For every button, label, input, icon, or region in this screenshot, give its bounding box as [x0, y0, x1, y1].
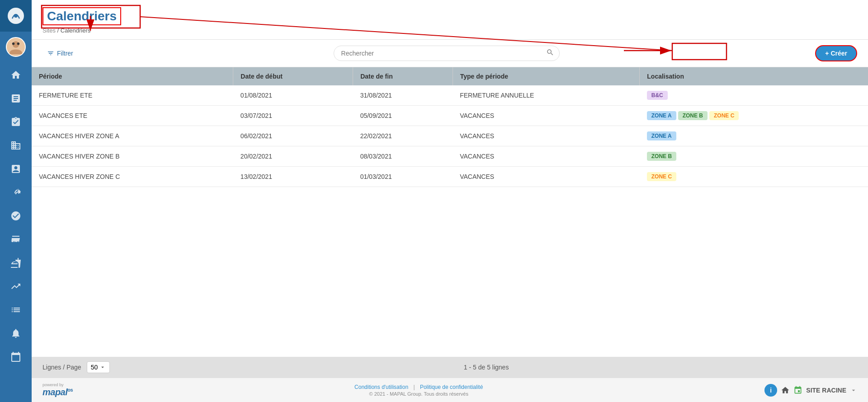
localisation-tag: ZONE B: [647, 152, 676, 161]
toolbar: Filtrer + Créer: [32, 40, 868, 67]
breadcrumb: Sites / Calendriers: [42, 27, 857, 34]
table-row[interactable]: VACANCES HIVER ZONE C13/02/202101/03/202…: [32, 167, 868, 187]
footer-mapal-logo: mapalos: [42, 387, 73, 397]
nav-handshake2[interactable]: [5, 205, 27, 227]
cell-type-periode: VACANCES: [453, 167, 640, 187]
cell-periode: VACANCES ETE: [32, 106, 233, 126]
cell-date-debut: 20/02/2021: [233, 146, 353, 167]
nav-heart-chart[interactable]: [5, 276, 27, 297]
info-icon[interactable]: i: [764, 384, 777, 397]
nav-orders[interactable]: [5, 88, 27, 109]
table-header: Période Date de début Date de fin Type d…: [32, 67, 868, 85]
cell-periode: VACANCES HIVER ZONE B: [32, 146, 233, 167]
table-row[interactable]: VACANCES ETE03/07/202105/09/2021VACANCES…: [32, 106, 868, 126]
svg-point-11: [17, 42, 19, 45]
nav-building[interactable]: [5, 135, 27, 156]
cell-type-periode: VACANCES: [453, 146, 640, 167]
cell-localisation: ZONE B: [640, 146, 868, 167]
table-row[interactable]: VACANCES HIVER ZONE A06/02/202122/02/202…: [32, 126, 868, 146]
cell-type-periode: VACANCES: [453, 126, 640, 146]
cell-date-fin: 05/09/2021: [353, 106, 453, 126]
nav-calendar[interactable]: [5, 346, 27, 368]
conditions-link[interactable]: Conditions d'utilisation: [354, 384, 408, 390]
search-wrapper: [334, 46, 560, 61]
cell-date-debut: 13/02/2021: [233, 167, 353, 187]
cell-date-fin: 01/03/2021: [353, 167, 453, 187]
user-avatar[interactable]: [6, 37, 26, 57]
col-date-fin: Date de fin: [353, 67, 453, 85]
breadcrumb-current: Calendriers: [61, 27, 90, 34]
nav-tasks[interactable]: [5, 111, 27, 133]
footer-right: i SITE RACINE: [764, 384, 857, 397]
nav-handshake[interactable]: [5, 182, 27, 203]
politique-link[interactable]: Politique de confidentialité: [420, 384, 483, 390]
footer-powered-by: powered by: [42, 383, 64, 387]
page-title: Calendriers: [42, 7, 121, 25]
cell-localisation: ZONE AZONE BZONE C: [640, 106, 868, 126]
filter-label: Filtrer: [57, 50, 73, 57]
filter-button[interactable]: Filtrer: [42, 47, 78, 60]
data-table-container: Période Date de début Date de fin Type d…: [32, 67, 868, 357]
nav-shop[interactable]: [5, 229, 27, 250]
site-racine-label: SITE RACINE: [806, 387, 846, 394]
footer-logo: powered by mapalos: [42, 383, 73, 397]
search-input[interactable]: [334, 46, 560, 61]
chevron-down-icon[interactable]: [850, 387, 857, 394]
nav-analytics[interactable]: [5, 158, 27, 180]
col-type-periode: Type de période: [453, 67, 640, 85]
cell-date-debut: 01/08/2021: [233, 85, 353, 106]
sidebar-nav: [0, 61, 32, 402]
create-button[interactable]: + Créer: [815, 45, 857, 61]
cell-date-fin: 31/08/2021: [353, 85, 453, 106]
localisation-tag: ZONE C: [709, 111, 739, 120]
cell-localisation: B&C: [640, 85, 868, 106]
col-periode: Période: [32, 67, 233, 85]
cell-periode: VACANCES HIVER ZONE C: [32, 167, 233, 187]
cell-periode: VACANCES HIVER ZONE A: [32, 126, 233, 146]
nav-chef[interactable]: [5, 252, 27, 274]
footer: powered by mapalos Conditions d'utilisat…: [32, 378, 868, 402]
main-content: Calendriers Sites / Calendriers Filtrer …: [32, 0, 868, 402]
pagination-bar: Lignes / Page 50 1 - 5 de 5 lignes: [32, 357, 868, 378]
home-icon: [781, 386, 790, 395]
search-container: [83, 46, 810, 61]
localisation-tag: ZONE C: [647, 172, 676, 181]
lines-per-page-label: Lignes / Page: [42, 364, 81, 371]
cell-localisation: ZONE A: [640, 126, 868, 146]
sidebar-logo: [0, 0, 32, 32]
nav-home[interactable]: [5, 64, 27, 86]
cell-date-debut: 03/07/2021: [233, 106, 353, 126]
cell-localisation: ZONE C: [640, 167, 868, 187]
cell-date-fin: 22/02/2021: [353, 126, 453, 146]
svg-point-10: [12, 42, 14, 45]
localisation-tag: ZONE B: [678, 111, 708, 120]
search-icon[interactable]: [546, 48, 554, 58]
breadcrumb-parent[interactable]: Sites: [42, 27, 56, 34]
cell-periode: FERMETURE ETE: [32, 85, 233, 106]
cell-type-periode: VACANCES: [453, 106, 640, 126]
cell-date-debut: 06/02/2021: [233, 126, 353, 146]
localisation-tag: B&C: [647, 91, 668, 100]
per-page-value: 50: [91, 364, 98, 371]
breadcrumb-separator: /: [57, 27, 61, 34]
localisation-tag: ZONE A: [647, 111, 676, 120]
footer-sep: |: [413, 384, 416, 390]
nav-list-check[interactable]: [5, 299, 27, 321]
cell-date-fin: 08/03/2021: [353, 146, 453, 167]
footer-links: Conditions d'utilisation | Politique de …: [354, 384, 483, 397]
table-row[interactable]: VACANCES HIVER ZONE B20/02/202108/03/202…: [32, 146, 868, 167]
page-header: Calendriers Sites / Calendriers: [32, 0, 868, 40]
pagination-info: 1 - 5 de 5 lignes: [115, 364, 857, 371]
per-page-select[interactable]: 50: [87, 361, 110, 373]
sidebar: [0, 0, 32, 402]
col-date-debut: Date de début: [233, 67, 353, 85]
footer-copyright: © 2021 - MAPAL Group. Tous droits réserv…: [354, 391, 483, 397]
nav-bell[interactable]: [5, 323, 27, 344]
col-localisation: Localisation: [640, 67, 868, 85]
calendriers-table: Période Date de début Date de fin Type d…: [32, 67, 868, 187]
table-body: FERMETURE ETE01/08/202131/08/2021FERMETU…: [32, 85, 868, 187]
cell-type-periode: FERMETURE ANNUELLE: [453, 85, 640, 106]
svg-point-7: [14, 14, 18, 18]
tree-icon: [793, 386, 802, 395]
table-row[interactable]: FERMETURE ETE01/08/202131/08/2021FERMETU…: [32, 85, 868, 106]
